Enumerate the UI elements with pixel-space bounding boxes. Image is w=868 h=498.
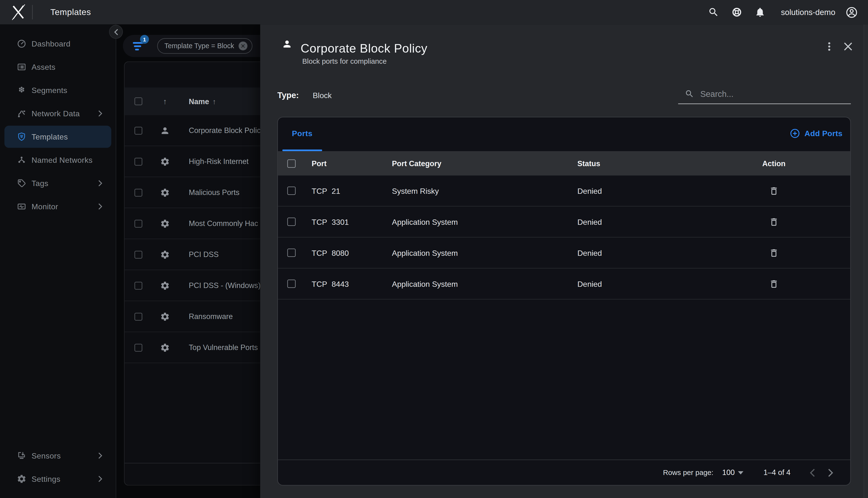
sidebar-item-segments[interactable]: Segments <box>4 79 111 101</box>
select-all-checkbox[interactable] <box>287 159 295 167</box>
search-input[interactable] <box>699 89 851 99</box>
type-row: Type: Block <box>277 90 331 100</box>
page-title: Templates <box>50 7 91 17</box>
next-page-icon[interactable] <box>828 468 833 477</box>
templates-table-header: ↑ Name↑ <box>124 88 260 115</box>
template-row[interactable]: PCI DSS <box>124 239 260 270</box>
settings-gear-icon <box>17 474 27 484</box>
sidebar-item-settings[interactable]: Settings <box>4 468 111 490</box>
sidebar-item-label: Dashboard <box>31 39 70 48</box>
port-row[interactable]: TCP21 System Risky Denied <box>278 175 850 207</box>
sidebar-item-templates[interactable]: Templates <box>4 126 111 148</box>
account-avatar-icon[interactable] <box>845 6 858 19</box>
template-row[interactable]: Corporate Block Policy <box>124 115 260 146</box>
delete-port-button[interactable] <box>769 248 779 258</box>
chip-remove-icon[interactable]: ✕ <box>239 41 248 50</box>
template-detail-drawer: Corporate Block Policy Block ports for c… <box>260 25 864 498</box>
row-checkbox[interactable] <box>134 313 142 320</box>
template-row[interactable]: High-Risk Internet <box>124 146 260 177</box>
sidebar-item-named-networks[interactable]: Named Networks <box>4 149 111 171</box>
sidebar-item-label: Tags <box>31 179 48 188</box>
sidebar-item-network-data[interactable]: Network Data <box>4 103 111 124</box>
template-row[interactable]: Malicious Ports <box>124 177 260 208</box>
gear-icon <box>160 219 170 228</box>
dashboard-icon <box>17 39 27 49</box>
ports-table-header: Port Port Category Status Action <box>278 151 850 175</box>
rows-per-page-label: Rows per page: <box>663 469 713 477</box>
drawer-subtitle: Block ports for compliance <box>302 57 386 65</box>
topbar: Templates solutions-demo <box>0 0 868 25</box>
ports-card: Ports Add Ports Port Port Category Statu… <box>277 117 851 485</box>
ports-tabbar: Ports Add Ports <box>278 117 850 151</box>
gear-icon <box>160 156 170 167</box>
tab-ports[interactable]: Ports <box>282 117 323 150</box>
previous-page-icon[interactable] <box>810 468 815 477</box>
action-column-header: Action <box>732 159 815 167</box>
status-value: Denied <box>577 279 732 288</box>
username-label[interactable]: solutions-demo <box>781 8 835 17</box>
sidebar-item-label: Monitor <box>31 202 58 211</box>
sidebar-item-sensors[interactable]: Sensors <box>4 444 111 467</box>
delete-port-button[interactable] <box>769 279 779 289</box>
port-row[interactable]: TCP8443 Application System Denied <box>278 268 850 300</box>
gear-icon <box>160 342 170 352</box>
select-all-checkbox[interactable] <box>134 97 142 105</box>
row-checkbox[interactable] <box>134 220 142 227</box>
templates-table-footer <box>124 463 260 485</box>
monitor-icon <box>17 201 27 211</box>
sidebar-item-dashboard[interactable]: Dashboard <box>4 33 111 55</box>
row-checkbox[interactable] <box>134 157 142 165</box>
help-icon[interactable] <box>731 6 742 18</box>
tags-icon <box>17 178 27 188</box>
row-checkbox[interactable] <box>287 279 295 288</box>
notifications-bell-icon[interactable] <box>754 6 765 18</box>
template-row[interactable]: Ransomware <box>124 301 260 332</box>
port-row[interactable]: TCP3301 Application System Denied <box>278 207 850 238</box>
type-value: Block <box>313 91 331 100</box>
pagination-range: 1–4 of 4 <box>763 469 790 477</box>
template-row[interactable]: PCI DSS - (Windows) <box>124 270 260 301</box>
sort-arrow[interactable]: ↑ <box>160 97 170 106</box>
filter-icon[interactable]: 1 <box>132 40 145 52</box>
row-checkbox[interactable] <box>134 343 142 351</box>
row-checkbox[interactable] <box>134 281 142 289</box>
sidebar-item-label: Settings <box>31 474 60 484</box>
filter-chip[interactable]: Template Type = Block ✕ <box>157 38 252 54</box>
delete-port-button[interactable] <box>769 217 779 227</box>
status-value: Denied <box>577 186 732 195</box>
sidebar-item-monitor[interactable]: Monitor <box>4 195 111 218</box>
drawer-title: Corporate Block Policy <box>301 41 428 56</box>
template-row[interactable]: Top Vulnerable Ports <box>124 332 260 363</box>
port-row[interactable]: TCP8080 Application System Denied <box>278 238 850 268</box>
sidebar-item-assets[interactable]: Assets <box>4 56 111 78</box>
sidebar-item-label: Named Networks <box>31 156 93 165</box>
filter-bar: 1 Template Type = Block ✕ <box>123 35 260 57</box>
sidebar-collapse-button[interactable] <box>109 25 123 39</box>
template-row[interactable]: Most Commonly Hac <box>124 208 260 239</box>
add-ports-button[interactable]: Add Ports <box>790 117 842 150</box>
delete-port-button[interactable] <box>769 186 779 196</box>
gear-icon <box>160 249 170 259</box>
close-icon[interactable] <box>843 41 853 51</box>
name-column-header[interactable]: Name↑ <box>189 97 216 105</box>
sidebar-item-label: Templates <box>31 132 68 141</box>
filter-count-badge: 1 <box>140 35 149 44</box>
scrollbar[interactable] <box>864 25 868 498</box>
kebab-menu-icon[interactable] <box>824 41 834 51</box>
caret-down-icon <box>738 471 744 474</box>
ports-search-field[interactable] <box>678 84 851 104</box>
topbar-divider <box>32 5 33 19</box>
row-checkbox[interactable] <box>134 250 142 258</box>
search-icon[interactable] <box>708 6 719 18</box>
sensors-icon <box>17 451 27 461</box>
row-checkbox[interactable] <box>287 249 295 257</box>
gear-icon <box>160 312 170 322</box>
row-checkbox[interactable] <box>287 186 295 195</box>
rows-per-page-select[interactable]: 100 <box>722 469 744 477</box>
sidebar-item-tags[interactable]: Tags <box>4 172 111 194</box>
row-checkbox[interactable] <box>287 218 295 226</box>
pagination-bar: Rows per page: 100 1–4 of 4 <box>278 459 850 485</box>
row-checkbox[interactable] <box>134 127 142 134</box>
row-checkbox[interactable] <box>134 188 142 196</box>
templates-table-toolbar <box>124 62 260 88</box>
